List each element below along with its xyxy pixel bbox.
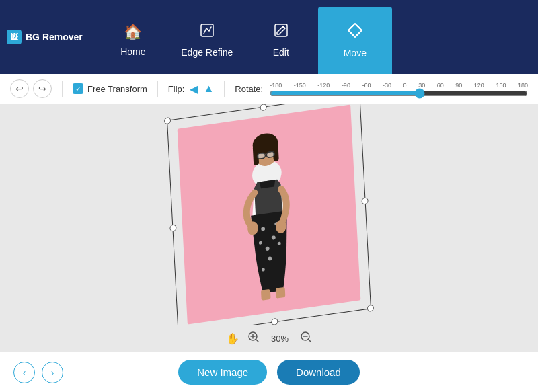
flip-section: Flip: ◀ ▲ [168, 83, 214, 95]
handle-middle-left[interactable] [169, 224, 176, 231]
download-button[interactable]: Download [277, 360, 360, 385]
tab-move-label: Move [344, 48, 367, 58]
handle-top-left[interactable] [164, 117, 171, 124]
prev-button[interactable]: ‹ [13, 362, 35, 383]
zoom-percent: 30% [268, 334, 292, 344]
canvas-area [0, 104, 538, 325]
toolbar-divider-1 [62, 81, 63, 97]
tab-home[interactable]: 🏠 Home [96, 7, 170, 74]
home-icon: 🏠 [124, 24, 142, 41]
checkbox-icon: ✓ [73, 83, 83, 94]
logo-icon: 🖼 [7, 30, 22, 44]
undo-button[interactable]: ↩ [10, 79, 29, 98]
rotate-slider[interactable] [270, 88, 528, 99]
rotate-scale: -180 -150 -120 -90 -60 -30 0 30 60 90 12… [270, 79, 528, 89]
handle-bottom-right[interactable] [367, 305, 374, 312]
tab-edit[interactable]: Edit [244, 7, 318, 74]
svg-line-25 [256, 340, 258, 342]
tab-move[interactable]: Move [318, 7, 392, 74]
tab-home-label: Home [120, 46, 145, 57]
rotate-slider-container: -180 -150 -120 -90 -60 -30 0 30 60 90 12… [270, 79, 528, 99]
hand-tool-icon[interactable]: ✋ [226, 332, 239, 345]
rotate-section: Rotate: -180 -150 -120 -90 -60 -30 0 30 … [235, 79, 528, 99]
header: 🖼 BG Remover 🏠 Home Edge Refine [0, 0, 538, 74]
handle-top-center[interactable] [260, 104, 266, 111]
free-transform-label: Free Transform [87, 84, 147, 94]
zoom-in-icon[interactable] [247, 331, 260, 346]
tab-edge-refine-label: Edge Refine [181, 47, 233, 58]
move-icon [347, 22, 363, 42]
rotate-label: Rotate: [235, 84, 263, 94]
app-logo: 🖼 BG Remover [7, 30, 83, 44]
toolbar-divider-2 [157, 81, 158, 97]
selection-border [167, 104, 371, 325]
zoom-out-icon[interactable] [300, 331, 312, 346]
undo-redo-group: ↩ ↪ [10, 79, 52, 98]
tab-edit-label: Edit [273, 47, 289, 58]
free-transform-checkbox[interactable]: ✓ Free Transform [73, 83, 147, 94]
toolbar-divider-3 [224, 81, 225, 97]
svg-line-28 [309, 340, 311, 342]
tab-edge-refine[interactable]: Edge Refine [170, 7, 244, 74]
redo-button[interactable]: ↪ [33, 79, 52, 98]
flip-horizontal-button[interactable]: ◀ [190, 83, 198, 95]
toolbar: ↩ ↪ ✓ Free Transform Flip: ◀ ▲ Rotate: -… [0, 74, 538, 104]
image-container[interactable] [178, 105, 361, 325]
zoom-bar: ✋ 30% [0, 325, 538, 352]
bottom-buttons: New Image Download [178, 360, 360, 385]
app-title: BG Remover [26, 32, 83, 42]
nav-arrows: ‹ › [13, 362, 63, 383]
edit-icon [274, 23, 289, 42]
flip-label: Flip: [168, 84, 185, 94]
next-button[interactable]: › [42, 362, 63, 383]
svg-rect-0 [201, 24, 213, 36]
bottom-bar: ‹ › New Image Download [0, 352, 538, 392]
edge-refine-icon [200, 23, 215, 42]
handle-bottom-center[interactable] [271, 318, 278, 325]
nav-tabs: 🏠 Home Edge Refine [96, 0, 392, 74]
flip-vertical-button[interactable]: ▲ [203, 83, 214, 95]
new-image-button[interactable]: New Image [178, 360, 267, 385]
handle-middle-right[interactable] [361, 197, 368, 204]
